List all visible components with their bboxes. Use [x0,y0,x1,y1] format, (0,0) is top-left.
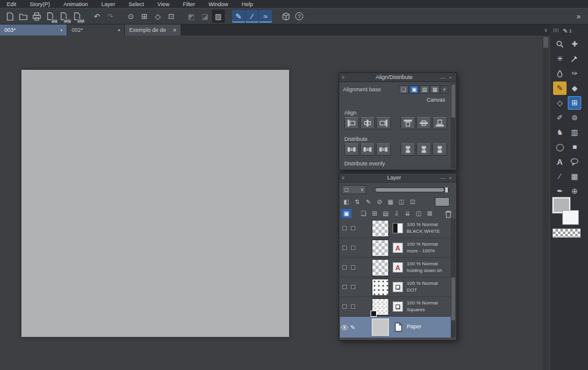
distribute-top-button[interactable] [401,143,415,156]
export-jpg-icon[interactable]: jpg [43,10,56,23]
layer-checkbox[interactable] [342,246,347,250]
menu-view[interactable]: View [151,1,176,7]
distribute-left-button[interactable] [344,143,359,156]
layer-checkbox[interactable] [351,285,355,289]
layer-thumbnail[interactable] [372,319,389,336]
snap-ruler-icon[interactable]: ⊙ [124,10,137,23]
layer-checkbox[interactable] [342,285,347,289]
crop-icon[interactable]: ⊡ [165,10,178,23]
tab-002[interactable]: 002* ● [67,25,125,36]
export-png-icon[interactable]: png [57,10,70,23]
menu-filter[interactable]: Filter [176,1,202,7]
pen-tool-icon[interactable]: ✑ [568,67,581,80]
base-canvas-icon[interactable]: ▣ [409,85,419,94]
object-tool-icon[interactable]: ✳ [553,52,567,66]
edit-lock-icon[interactable]: ✎ [363,197,374,206]
sub-color-swatch[interactable] [562,210,579,225]
menu-story[interactable]: Story(P) [23,1,57,7]
layer-row-selected[interactable]: ✎ Paper [340,317,451,338]
layer-checkbox[interactable] [342,226,347,230]
layer-checkbox[interactable] [342,304,347,309]
layer-thumbnail[interactable] [372,279,389,296]
blend-tool-icon[interactable] [553,67,567,80]
text-tool-icon[interactable]: A [553,155,567,168]
layer-row[interactable]: A 100 % Normalholding down sh [340,258,451,278]
drawing-canvas[interactable] [21,70,289,337]
merge-down-icon[interactable]: ⇊ [402,209,413,218]
open-file-icon[interactable] [17,10,29,23]
layer-thumbnail[interactable] [372,240,389,257]
transparent-color-swatch[interactable] [552,228,581,238]
straight-line-icon[interactable]: ∕ [246,10,258,23]
menu-edit[interactable]: Edit [0,1,23,7]
curve-line-icon[interactable]: ≈ [259,10,272,23]
undo-icon[interactable]: ↶ [91,10,104,23]
minimize-icon[interactable]: — [439,75,447,80]
align-vcenter-button[interactable] [417,117,431,129]
export-psd-icon[interactable]: psd [70,10,83,23]
line-correction-icon[interactable]: ✎ [232,10,245,23]
shape-tool-icon[interactable]: ■ [568,140,581,154]
base-frame-icon[interactable]: ▦ [430,85,440,94]
eyedropper-tool-icon[interactable] [568,52,581,66]
panel-menu-icon[interactable]: ≡ [342,75,349,80]
new-raster-layer-icon[interactable]: ❏ [358,209,369,218]
close-icon[interactable]: × [447,75,454,80]
lock-layer-icon[interactable]: ⊘ [374,197,385,206]
move-tool-icon[interactable]: ✚ [568,37,581,51]
new-folder-icon[interactable]: ▤ [380,209,391,218]
layer-thumbnail[interactable] [372,298,389,315]
layer-checkbox[interactable] [351,304,355,309]
decoration-tool-icon[interactable]: ♞ [553,126,567,139]
canvas-vertical-scrollbar[interactable] [543,36,549,370]
base-dropdown-chevron-icon[interactable]: ∨ [440,85,448,94]
transfer-down-icon[interactable]: ⇩ [391,209,402,218]
line-tool-icon[interactable]: ∕ [553,170,567,183]
slider-knob[interactable] [445,187,448,193]
redo-icon[interactable]: ↷ [104,10,117,23]
layer-checkbox[interactable] [351,265,355,270]
layer-row[interactable]: ❏ 100 % NormalSquares [340,297,451,317]
correction-tool-icon[interactable]: ⊕ [568,184,581,198]
menu-window[interactable]: Window [202,1,235,7]
panel-scrollbar[interactable] [451,83,456,168]
palette-color-swatch[interactable] [435,197,450,206]
new-vector-layer-icon[interactable]: ⊞ [369,209,380,218]
clip-below-icon[interactable]: ⇅ [352,197,363,206]
opacity-slider[interactable] [375,187,450,192]
menu-help[interactable]: Help [235,1,260,7]
scrollbar-thumb[interactable] [543,37,548,48]
layer-checkbox[interactable] [342,265,347,270]
layer-checkbox[interactable] [351,226,355,230]
strip-grip-icon[interactable]: ⠿⠿ [552,28,559,34]
set-ref-icon[interactable]: ▦ [385,197,396,206]
ruler-tool-icon[interactable]: ✒ [553,184,567,198]
figure-tool-icon[interactable]: ◇ [553,96,567,110]
snap-grid-icon[interactable]: ⊞ [138,10,151,23]
panel-header[interactable]: ≡ Align/Distribute — × [339,73,456,82]
gradient-tool-icon[interactable]: ⊚ [568,111,581,124]
panel-header[interactable]: ≡ Layer — × [339,173,456,183]
draft-layer-icon[interactable]: ◫ [396,197,407,206]
ruler-b-icon[interactable]: ◪ [198,10,211,23]
hatch-tool-icon[interactable]: ▥ [568,126,581,139]
tab-list-chevron-icon[interactable]: ∨ [544,28,548,33]
base-layer-icon[interactable]: ▤ [420,85,429,94]
print-icon[interactable] [30,10,43,23]
menu-select[interactable]: Select [122,1,151,7]
pencil-tool-icon[interactable]: ✎ [553,81,567,95]
layer-thumbnail[interactable] [372,220,389,237]
tab-exemplo[interactable]: Exemplo de de × [125,25,181,36]
layer-row[interactable]: A 100 % Normalmore - 100% [340,238,451,258]
panel-menu-icon[interactable]: ≡ [342,175,349,181]
align-bottom-button[interactable] [432,117,447,129]
snap-guide-icon[interactable]: ◇ [151,10,164,23]
layer-mask-icon[interactable]: ◫ [413,209,424,218]
ruler-a-icon[interactable]: ◩ [185,10,198,23]
layer-list-scrollbar[interactable] [451,219,456,338]
toolbar-overflow-icon[interactable]: » [572,10,585,23]
zoom-tool-icon[interactable] [553,37,567,51]
frame-border-tool-icon[interactable]: ▦ [568,170,581,183]
layer-row[interactable]: 100 % NormalBLACK WHITE [340,219,451,238]
distribute-bottom-button[interactable] [432,143,447,156]
